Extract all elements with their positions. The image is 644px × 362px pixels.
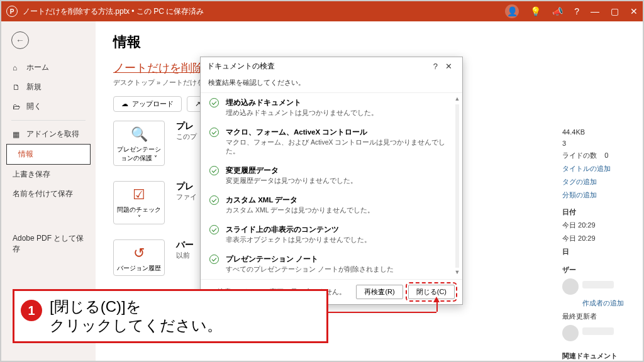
close-button[interactable]: 閉じる(C) (408, 285, 455, 299)
modifier-name (582, 327, 614, 335)
inspect-result-hidden: スライド上の非表示のコンテンツ非表示オブジェクトは見つかりませんでした。 (201, 220, 462, 250)
inspect-result-embedded: 埋め込みドキュメント埋め込みドキュメントは見つかりませんでした。 (201, 93, 462, 123)
dialog-body: 埋め込みドキュメント埋め込みドキュメントは見つかりませんでした。 マクロ、フォー… (201, 92, 462, 280)
sidebar-item-saveas[interactable]: 名前を付けて保存 (1, 184, 96, 204)
file-name: ノートだけを削除する方法.pptx • この PC に保存済み (23, 6, 204, 17)
prop-slides: 3 (562, 140, 624, 147)
inspect-result-xml: カスタム XML データカスタム XML データは見つかりませんでした。 (201, 190, 462, 220)
inspect-result-macros: マクロ、フォーム、ActiveX コントロールマクロ、フォーム、および Acti… (201, 123, 462, 161)
checkbox-icon: ☑ (115, 187, 163, 203)
megaphone-icon[interactable]: 📣 (552, 6, 563, 16)
dialog-close-icon[interactable]: ✕ (441, 62, 456, 71)
related-docs-heading: 関連ドキュメント (562, 351, 624, 361)
callout-arrow (436, 302, 438, 312)
inspect-heading: プレ (176, 181, 197, 192)
prop-modified: 今日 20:29 (562, 221, 624, 230)
dialog-scrollbar[interactable]: ▲▼ (453, 96, 461, 277)
callout-text: [閉じる(C)]をクリックしてください。 (50, 297, 318, 335)
sidebar-item-overwrite[interactable]: 上書き保存 (1, 165, 96, 184)
dialog-help-icon[interactable]: ? (430, 62, 441, 71)
document-inspector-dialog: ドキュメントの検査 ? ✕ 検査結果を確認してください。 埋め込みドキュメント埋… (200, 57, 463, 305)
callout-number: 1 (21, 300, 42, 321)
folder-icon: 🗁 (13, 102, 21, 111)
add-author-link[interactable]: 作成者の追加 (582, 299, 624, 308)
version-history-button[interactable]: ↺バージョン履歴 (113, 239, 165, 276)
prop-size: 44.4KB (562, 128, 624, 136)
back-button[interactable]: ← (11, 31, 29, 49)
document-icon: 🗋 (13, 83, 21, 92)
sidebar-item-adobe[interactable]: Adobe PDF として保存 (1, 229, 96, 259)
page-title: 情報 (113, 33, 625, 52)
help-icon[interactable]: ? (574, 6, 579, 16)
window-controls: 👤 💡 📣 ? ― ▢ ✕ (505, 4, 638, 18)
powerpoint-icon: P (6, 6, 18, 17)
check-issues-button[interactable]: ☑問題のチェック ˅ (113, 181, 165, 224)
minimize-icon[interactable]: ― (591, 6, 599, 16)
avatar (562, 278, 579, 295)
check-icon (209, 225, 219, 234)
check-icon (209, 166, 219, 175)
sidebar-item-info[interactable]: 情報 (6, 144, 91, 165)
check-icon (209, 255, 219, 264)
callout-arrow-head (433, 297, 440, 302)
prop-created: 今日 20:29 (562, 234, 624, 243)
inspect-result-notes: プレゼンテーション ノートすべてのプレゼンテーション ノートが削除されました (201, 250, 462, 279)
sidebar-item-new[interactable]: 🗋新規 (1, 77, 96, 97)
close-icon[interactable]: ✕ (630, 6, 638, 16)
maximize-icon[interactable]: ▢ (611, 6, 619, 16)
protect-heading: プレ (176, 121, 197, 132)
dialog-subtitle: 検査結果を確認してください。 (201, 75, 462, 92)
grid-icon: ▦ (13, 130, 21, 139)
history-icon: ↺ (115, 245, 163, 261)
dialog-title: ドキュメントの検査 (207, 61, 430, 72)
add-tag-link[interactable]: タグの追加 (562, 177, 624, 187)
window-titlebar: P ノートだけを削除する方法.pptx • この PC に保存済み 👤 💡 📣 … (1, 1, 643, 21)
protect-presentation-button[interactable]: 🔍プレゼンテーションの保護 ˅ (113, 121, 165, 166)
inspect-result-revisions: 変更履歴データ変更履歴データは見つかりませんでした。 (201, 161, 462, 190)
version-heading: バー (176, 239, 194, 251)
sidebar-item-open[interactable]: 🗁開く (1, 97, 96, 116)
check-icon (209, 128, 219, 137)
check-icon (209, 195, 219, 205)
add-category-link[interactable]: 分類の追加 (562, 190, 624, 200)
sidebar-item-addin[interactable]: ▦アドインを取得 (1, 124, 96, 144)
reinspect-button[interactable]: 再検査(R) (356, 285, 402, 299)
home-icon: ⌂ (13, 63, 21, 72)
callout-arrow (328, 312, 436, 313)
cloud-icon: ☁ (121, 100, 128, 108)
avatar (562, 325, 579, 341)
properties-panel: 44.4KB 3 ライドの数 0 タイトルの追加 タグの追加 分類の追加 日付 … (562, 128, 624, 362)
account-icon[interactable]: 👤 (505, 4, 519, 18)
add-title-link[interactable]: タイトルの追加 (562, 164, 624, 173)
upload-button[interactable]: ☁アップロード (113, 96, 182, 112)
check-icon (209, 98, 219, 107)
author-name (582, 281, 614, 288)
lock-icon: 🔍 (115, 126, 163, 143)
instruction-callout: 1 [閉じる(C)]をクリックしてください。 (13, 289, 328, 343)
lightbulb-icon[interactable]: 💡 (530, 6, 541, 16)
sidebar-item-home[interactable]: ⌂ホーム (1, 58, 96, 77)
